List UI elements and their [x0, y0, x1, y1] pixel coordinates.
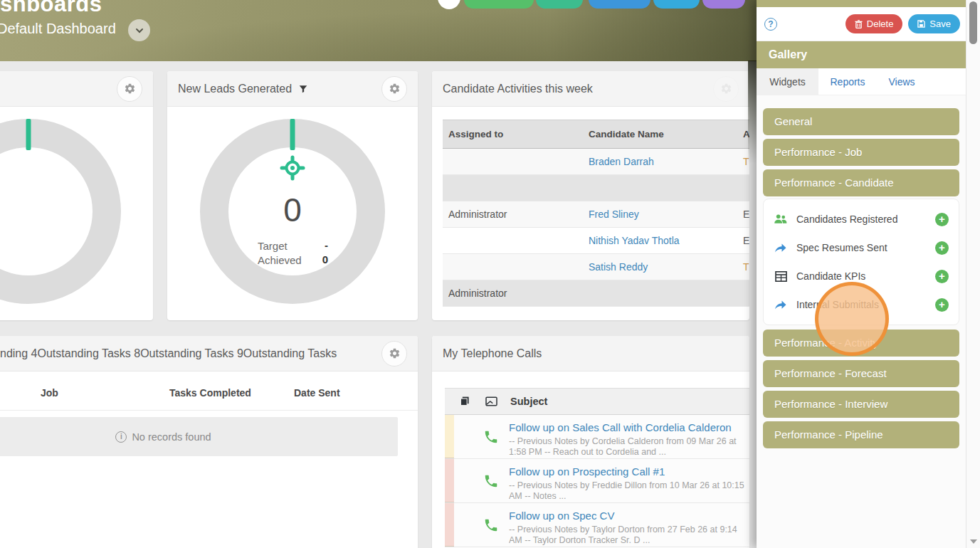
cell-partial: E [739, 235, 749, 246]
column-header-assigned-to: Assigned to [443, 129, 583, 139]
add-widget-button[interactable]: + [935, 213, 949, 226]
section-performance-job[interactable]: Performance - Job [763, 139, 959, 166]
gallery-item-label: Spec Resumes Sent [796, 242, 887, 253]
widget-settings-button[interactable] [713, 76, 739, 102]
empty-state: i No records found [0, 417, 398, 456]
widget-title: nding 4Outstanding Tasks 8Outstanding Ta… [0, 347, 337, 360]
widget-settings-button[interactable] [117, 76, 142, 102]
candidate-link[interactable]: Satish Reddy [589, 261, 648, 273]
widget-header: nding 4Outstanding Tasks 8Outstanding Ta… [0, 336, 418, 372]
dashboard-switcher-button[interactable] [128, 19, 150, 41]
scrollbar-thumb[interactable] [969, 1, 977, 44]
gauge-tick [26, 119, 31, 150]
column-header-candidate-name: Candidate Name [583, 129, 739, 139]
column-header-date-sent: Date Sent [294, 387, 340, 399]
toolbar-pill-4[interactable] [653, 0, 700, 9]
section-performance-interview[interactable]: Performance - Interview [763, 391, 959, 418]
cell-assigned: Administrator [443, 288, 583, 299]
phone-icon [483, 429, 499, 445]
candidate-link[interactable]: Braden Darrah [589, 156, 654, 167]
widget-settings-button[interactable] [381, 341, 407, 367]
delete-button-label: Delete [867, 19, 894, 29]
table-row: Braden Darrah T [443, 149, 749, 175]
gallery-item-label: Candidates Registered [796, 214, 897, 225]
panel-top-strip [757, 0, 966, 7]
table-group-row [443, 175, 749, 201]
donut-gauge-chart [0, 107, 135, 318]
dashboard-name: Default Dashboard [0, 21, 116, 37]
toolbar-pill-5[interactable] [702, 0, 745, 9]
page-scrollbar[interactable] [966, 0, 980, 548]
widget-settings-button[interactable] [381, 76, 407, 102]
section-performance-forecast[interactable]: Performance - Forecast [763, 360, 959, 387]
add-widget-button[interactable]: + [935, 241, 949, 255]
column-header-tasks-completed: Tasks Completed [169, 387, 251, 399]
call-note: -- Previous Notes by Cordelia Calderon f… [509, 436, 745, 458]
candidate-link[interactable]: Fred Sliney [589, 209, 639, 220]
gauge-widget-card [0, 71, 153, 320]
add-widget-button[interactable]: + [935, 270, 949, 283]
target-crosshair-icon [282, 157, 303, 179]
row-status-strip [445, 415, 454, 458]
cell-assigned: Administrator [443, 209, 583, 220]
call-subject-link[interactable]: Follow up on Spec CV [509, 510, 614, 522]
outstanding-tasks-widget-card: nding 4Outstanding Tasks 8Outstanding Ta… [0, 336, 418, 548]
widget-body: Assigned to Candidate Name A Braden Darr… [432, 107, 749, 320]
candidate-link[interactable]: Nithish Yadav Thotla [589, 235, 680, 246]
widget-gallery-panel: ? Delete Save Gallery [757, 0, 966, 548]
click-highlight-circle [815, 282, 889, 356]
table-row: Administrator Fred Sliney E [443, 201, 749, 228]
widget-title: Candidate Activities this week [443, 83, 593, 95]
tab-reports[interactable]: Reports [818, 68, 877, 95]
call-subject-link[interactable]: Follow up on Sales Call with Cordelia Ca… [509, 421, 732, 433]
chevron-down-icon [135, 28, 144, 33]
section-performance-candidate[interactable]: Performance - Candidate [763, 169, 959, 196]
scrollbar-down-arrow-icon[interactable] [970, 539, 977, 544]
gallery-item-candidates-registered: Candidates Registered + [764, 205, 959, 233]
toolbar-pill-1[interactable] [464, 0, 534, 9]
target-label: Target [258, 240, 288, 252]
toolbar-pill-3[interactable] [589, 0, 650, 9]
help-icon[interactable]: ? [764, 18, 777, 31]
achieved-value: 0 [300, 253, 328, 265]
cell-partial: T [739, 261, 749, 273]
phone-icon [483, 473, 499, 489]
toolbar-pill-2[interactable] [536, 0, 583, 9]
page-title: shboards [0, 0, 102, 17]
column-header-subject: Subject [510, 396, 547, 407]
widget-header: Candidate Activities this week [432, 71, 749, 107]
call-row: Follow up on Spec CV -- Previous Notes b… [445, 503, 749, 547]
table-divider [0, 410, 418, 411]
gallery-header: Gallery [757, 41, 966, 68]
gear-icon [389, 83, 401, 95]
panel-edge-shadow [748, 60, 757, 164]
tab-widgets[interactable]: Widgets [757, 68, 818, 95]
save-button[interactable]: Save [908, 14, 960, 33]
gauge-tick [290, 119, 295, 150]
widget-body: Subject Follow up on Sales Call with Cor… [432, 372, 749, 548]
add-widget-button[interactable]: + [935, 298, 949, 312]
widget-title: New Leads Generated [178, 83, 292, 95]
table-header-row: Assigned to Candidate Name A [443, 120, 749, 149]
call-subject-link[interactable]: Follow up on Prospecting Call #1 [509, 465, 665, 478]
people-icon [774, 214, 788, 225]
filter-icon[interactable] [298, 84, 308, 94]
widget-title: My Telephone Calls [443, 347, 542, 360]
widget-body [0, 107, 153, 320]
delete-button[interactable]: Delete [845, 14, 903, 33]
call-note: -- Previous Notes by Taylor Dorton from … [509, 525, 745, 546]
target-value: - [300, 239, 328, 251]
new-leads-widget-card: New Leads Generated 0 [167, 71, 418, 320]
share-arrow-icon [774, 243, 788, 253]
gallery-item-label: Candidate KPIs [796, 270, 865, 282]
copy-pages-icon[interactable] [459, 396, 470, 407]
envelope-icon[interactable] [485, 396, 497, 406]
tab-views[interactable]: Views [877, 68, 927, 95]
widget-body: 0 Target - Achieved 0 [167, 107, 418, 320]
phone-icon [483, 517, 499, 533]
call-row: Follow up on Prospecting Call #1 -- Prev… [445, 459, 749, 503]
achieved-label: Achieved [258, 254, 302, 266]
gear-icon [720, 83, 732, 95]
section-performance-pipeline[interactable]: Performance - Pipeline [763, 421, 959, 448]
section-general[interactable]: General [763, 108, 959, 135]
